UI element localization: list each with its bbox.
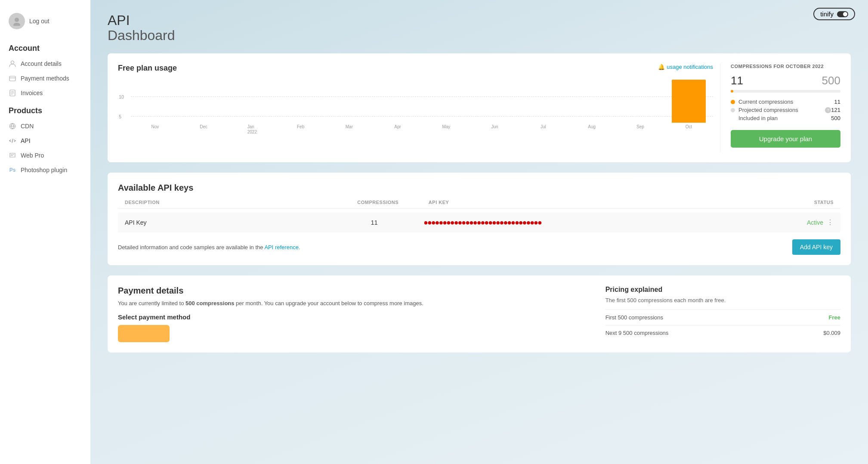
payment-card: Payment details You are currently limite… <box>108 275 851 353</box>
page-header: API Dashboard <box>108 13 851 43</box>
topbar: tinify <box>813 8 855 20</box>
sidebar-item-account-details-label: Account details <box>21 60 62 67</box>
compressions-legend: Current compressions 11 Projected compre… <box>731 99 840 121</box>
toggle-switch[interactable] <box>837 11 848 17</box>
account-section-title: Account <box>0 38 90 56</box>
tinify-label: tinify <box>820 10 834 18</box>
sidebar-item-photoshop-plugin[interactable]: Ps Photoshop plugin <box>0 163 90 177</box>
avatar <box>9 13 25 29</box>
sidebar-item-web-pro-label: Web Pro <box>21 152 44 159</box>
legend-included: Included in plan 500 <box>731 115 840 121</box>
compressions-panel: COMPRESSIONS FOR OCTOBER 2022 11 500 Cur… <box>720 64 840 152</box>
chart-labels: NovDecJan2022FebMarAprMayJunJulAugSepOct <box>131 123 713 136</box>
chart-month-nov <box>131 80 179 123</box>
api-key-menu-button[interactable]: ⋮ <box>823 218 834 226</box>
svg-point-2 <box>11 61 14 64</box>
tinify-toggle[interactable]: tinify <box>813 8 855 20</box>
payment-right: Pricing explained The first 500 compress… <box>605 286 840 342</box>
payment-method-option[interactable] <box>118 325 170 342</box>
col-compressions-header: COMPRESSIONS <box>327 200 429 205</box>
credit-card-icon <box>9 74 16 82</box>
legend-current: Current compressions 11 <box>731 99 840 105</box>
pricing-title: Pricing explained <box>605 286 840 294</box>
included-value: 500 <box>831 115 840 121</box>
sidebar-item-invoices-label: Invoices <box>21 90 43 96</box>
chart-label-sep: Sep <box>616 123 665 136</box>
page-title-dashboard: Dashboard <box>108 28 851 43</box>
plan-chart-section: Free plan usage 🔔 usage notifications 10… <box>118 64 713 152</box>
api-keys-title: Available API keys <box>118 183 840 193</box>
sidebar-item-web-pro[interactable]: Web Pro <box>0 148 90 163</box>
chart-month-may <box>422 80 471 123</box>
projected-dot <box>731 108 735 112</box>
sidebar-item-cdn[interactable]: CDN <box>0 119 90 133</box>
sidebar-item-invoices[interactable]: Invoices <box>0 86 90 100</box>
chart-label-aug: Aug <box>568 123 616 136</box>
sidebar-item-photoshop-label: Photoshop plugin <box>21 167 67 173</box>
compressions-progress-bar <box>731 90 840 93</box>
logout-link[interactable]: Log out <box>29 18 49 25</box>
chart-label-nov: Nov <box>131 123 179 136</box>
api-footer: Detailed information and code samples ar… <box>118 239 840 255</box>
photoshop-icon: Ps <box>9 166 16 174</box>
api-icon <box>9 137 16 145</box>
current-value: 11 <box>834 99 840 105</box>
pricing-row-next-value: $0.009 <box>823 330 840 336</box>
upgrade-button[interactable]: Upgrade your plan <box>731 130 840 148</box>
api-keys-card: Available API keys DESCRIPTION COMPRESSI… <box>108 173 851 265</box>
bell-icon: 🔔 <box>658 64 665 70</box>
compressions-numbers: 11 500 <box>731 74 840 87</box>
api-reference-link[interactable]: API reference. <box>264 244 300 251</box>
svg-rect-3 <box>9 76 15 81</box>
sidebar-item-account-details[interactable]: Account details <box>0 56 90 71</box>
api-key-compressions: 11 <box>324 219 424 226</box>
cdn-icon <box>9 122 16 130</box>
file-icon <box>9 89 16 97</box>
compressions-title: COMPRESSIONS FOR OCTOBER 2022 <box>731 64 840 69</box>
payment-method-title: Select payment method <box>118 313 588 321</box>
api-key-status: Active <box>723 219 823 226</box>
chart-month-feb <box>276 80 325 123</box>
table-row: API Key 11 ●●●●●●●●●●●●●●●●●●●●●●●●●●●●●… <box>118 212 840 232</box>
chart-label-jun: Jun <box>470 123 519 136</box>
plan-title: Free plan usage <box>118 64 177 73</box>
api-key-value: ●●●●●●●●●●●●●●●●●●●●●●●●●●●●●●● <box>424 219 724 226</box>
chart-bars <box>131 80 713 123</box>
chart-month-jun <box>470 80 519 123</box>
web-pro-icon <box>9 152 16 159</box>
chart-label-dec: Dec <box>179 123 228 136</box>
col-description-header: DESCRIPTION <box>125 200 327 205</box>
svg-point-1 <box>13 23 20 26</box>
chart-label-jul: Jul <box>519 123 568 136</box>
col-api-key-header: API KEY <box>429 200 732 205</box>
plan-usage-card: Free plan usage 🔔 usage notifications 10… <box>108 53 851 162</box>
pricing-row-next-label: Next 9 500 compressions <box>605 330 669 336</box>
current-label: Current compressions <box>738 99 834 105</box>
sidebar-item-api-label: API <box>21 137 31 144</box>
add-api-key-button[interactable]: Add API key <box>792 239 840 255</box>
chart-label-feb: Feb <box>276 123 325 136</box>
chart-bar-oct <box>672 80 706 123</box>
user-icon <box>9 60 16 68</box>
info-icon[interactable]: ? <box>825 107 831 113</box>
chart-month-dec <box>179 80 228 123</box>
chart-month-sep <box>616 80 665 123</box>
chart-label-jan: Jan2022 <box>228 123 277 136</box>
sidebar-item-payment-methods[interactable]: Payment methods <box>0 71 90 86</box>
chart-label-oct: Oct <box>664 123 713 136</box>
current-count: 11 <box>731 74 743 87</box>
compressions-progress-fill <box>731 90 733 93</box>
api-key-name: API Key <box>125 219 324 226</box>
sidebar-item-api[interactable]: API <box>0 133 90 148</box>
chart-label-apr: Apr <box>374 123 422 136</box>
pricing-subtitle: The first 500 compressions each month ar… <box>605 297 840 303</box>
sidebar: Log out Account Account details Payment … <box>0 0 90 464</box>
chart-month-jul <box>519 80 568 123</box>
current-dot <box>731 100 735 104</box>
sidebar-user: Log out <box>0 9 90 38</box>
chart-month-apr <box>374 80 422 123</box>
chart-label-may: May <box>422 123 471 136</box>
usage-notifications-link[interactable]: 🔔 usage notifications <box>658 64 713 70</box>
sidebar-item-cdn-label: CDN <box>21 123 34 130</box>
page-title-api: API <box>108 13 851 28</box>
